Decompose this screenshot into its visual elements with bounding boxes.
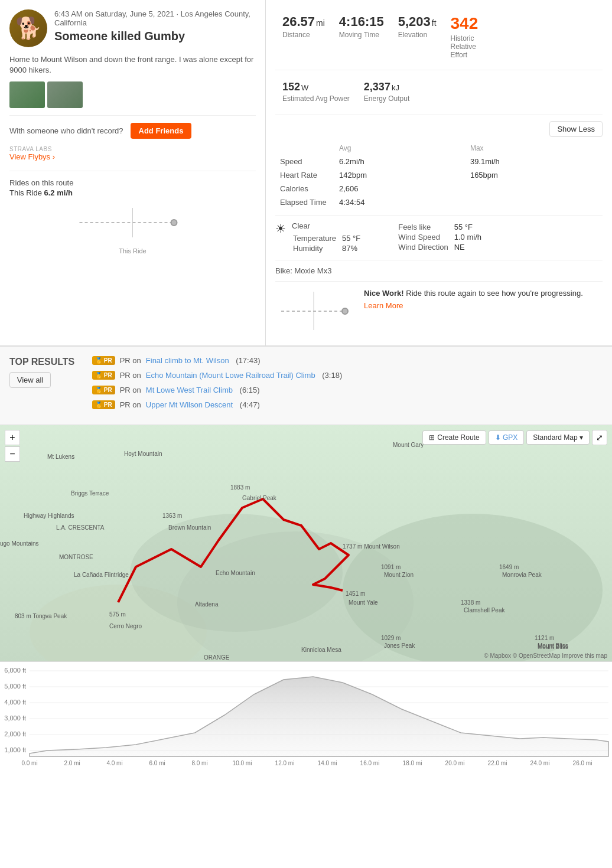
svg-text:24.0 mi: 24.0 mi (530, 760, 550, 766)
speed-label: Speed (275, 155, 334, 168)
wind-dir-label: Wind Direction (398, 243, 453, 252)
map-place-26: 1121 m (535, 635, 554, 641)
result-time-3: (4:47) (237, 400, 260, 409)
elapsed-time-row: Elapsed Time 4:34:54 (275, 195, 603, 209)
map-place-28: 1338 m (461, 599, 480, 606)
speed-max: 39.1mi/h (465, 155, 603, 168)
map-place-29: Monrovia Peak (502, 572, 542, 578)
map-place-18: Mount Zion (384, 572, 414, 578)
expand-map-button[interactable]: ⤢ (592, 430, 607, 445)
wind-dir-value: NE (454, 243, 481, 252)
heart-rate-label: Heart Rate (275, 168, 334, 182)
power-label: Estimated Avg Power (282, 94, 350, 103)
map-place-10: ORANGE (204, 654, 229, 661)
map-place-16: Gabriel Peak (242, 495, 276, 501)
rides-on-route-label: Rides on this route (9, 178, 256, 187)
map-place-9: Altadena (195, 601, 218, 608)
svg-text:22.0 mi: 22.0 mi (488, 760, 507, 766)
result-item: 🥇 PR PR on Mt Lowe West Trail Climb (6:1… (92, 386, 603, 394)
result-link-0[interactable]: Final climb to Mt. Wilson (146, 356, 229, 365)
view-all-button[interactable]: View all (9, 372, 51, 388)
elevation-value: 5,203 (398, 14, 431, 30)
weather-icon: ☀ (275, 221, 286, 236)
activity-thumbnail-2[interactable] (47, 81, 83, 108)
map-place-13: 575 m (109, 611, 126, 618)
humidity-value: 87% (342, 244, 360, 253)
feels-like-label: Feels like (398, 223, 453, 231)
map-place-6: Briggs Terrace (71, 490, 109, 497)
energy-value: 2,337 (364, 81, 390, 93)
map-place-19: 1091 m (381, 564, 401, 570)
svg-text:5,000 ft: 5,000 ft (4, 683, 26, 690)
elevation-stat: 5,203 ft Elevation (391, 9, 444, 44)
temp-value: 55 °F (342, 234, 360, 243)
map-attribution: © Mapbox © OpenStreetMap Improve this ma… (484, 652, 607, 659)
svg-point-2 (171, 220, 177, 226)
activity-title: Someone killed Gumby (54, 30, 256, 43)
map-place-7: Brown Mountain (168, 524, 211, 531)
this-ride-speed: This Ride 6.2 mi/h (9, 188, 256, 197)
elapsed-time-label: Elapsed Time (275, 195, 334, 209)
progress-chart-svg (275, 289, 352, 336)
result-link-1[interactable]: Echo Mountain (Mount Lowe Railroad Trail… (146, 371, 315, 380)
calories-row: Calories 2,606 (275, 182, 603, 195)
dog-icon: 🐕 (15, 16, 42, 41)
energy-label: Energy Output (364, 94, 409, 103)
bike-label: Bike: Moxie Mx3 (275, 266, 331, 275)
svg-text:26.0 mi: 26.0 mi (573, 760, 593, 766)
map-place-8: Echo Mountain (216, 570, 255, 576)
gpx-button[interactable]: ⬇ GPX (489, 430, 525, 445)
result-link-2[interactable]: Mt Lowe West Trail Climb (146, 386, 233, 394)
wind-table: Feels like 55 °F Wind Speed 1.0 mi/h Win… (397, 221, 483, 253)
power-stat: 152 W Estimated Avg Power (275, 76, 357, 107)
result-link-3[interactable]: Upper Mt Wilson Descent (146, 400, 233, 409)
show-less-button[interactable]: Show Less (549, 121, 603, 137)
standard-map-button[interactable]: Standard Map ▾ (526, 430, 590, 445)
pr-badge-1: 🥇 PR (92, 371, 115, 380)
power-unit: W (301, 83, 308, 92)
map-place-labels: Mt LukensHoyt MountainHighway HighlandsL… (0, 425, 612, 661)
activity-description: Home to Mount Wilson and down the front … (9, 54, 256, 76)
wind-speed-value: 1.0 mi/h (454, 233, 481, 242)
learn-more-link[interactable]: Learn More (364, 301, 603, 310)
zoom-in-button[interactable]: + (5, 430, 20, 445)
create-route-button[interactable]: ⊞ Create Route (422, 430, 486, 445)
humidity-label: Humidity (293, 244, 341, 253)
svg-text:4.0 mi: 4.0 mi (106, 760, 122, 766)
create-route-label: Create Route (437, 433, 479, 442)
energy-stat: 2,337 kJ Energy Output (357, 76, 416, 107)
map-place-21: 1451 m (346, 590, 365, 597)
map-place-4: MONTROSE (59, 554, 93, 560)
calories-avg: 2,606 (334, 182, 465, 195)
add-friends-button[interactable]: Add Friends (131, 123, 192, 139)
zoom-out-button[interactable]: − (5, 446, 20, 462)
pr-badge-3: 🥇 PR (92, 400, 115, 409)
strava-labs-section: STRAVA LABS View Flybys › (9, 146, 256, 161)
this-ride-chart-label: This Ride (9, 247, 256, 254)
map-zoom-controls[interactable]: + − (5, 430, 20, 462)
distance-label: Distance (282, 31, 325, 39)
historic-relative-effort-label: Historic Relative Effort (451, 34, 478, 59)
temp-label: Temperature (293, 234, 341, 243)
map-section: Mt LukensHoyt MountainHighway HighlandsL… (0, 425, 612, 661)
svg-text:3,000 ft: 3,000 ft (4, 714, 26, 722)
result-item: 🥇 PR PR on Upper Mt Wilson Descent (4:47… (92, 400, 603, 409)
map-place-22: Jones Peak (384, 642, 415, 649)
result-time-0: (17:43) (234, 356, 261, 365)
result-text-2: PR on (120, 386, 141, 394)
speed-avg: 6.2mi/h (334, 155, 465, 168)
result-text-1: PR on (120, 371, 141, 380)
flybys-link[interactable]: View Flybys › (9, 152, 256, 161)
max-col-header: Max (465, 142, 603, 155)
top-results-section: TOP RESULTS View all 🥇 PR PR on Final cl… (0, 346, 612, 425)
activity-thumbnail-1[interactable] (9, 81, 45, 108)
strava-labs-label: STRAVA LABS (9, 146, 256, 152)
elevation-unit: ft (432, 18, 437, 28)
result-item: 🥇 PR PR on Final climb to Mt. Wilson (17… (92, 356, 603, 365)
map-place-1: Hoyt Mountain (124, 451, 162, 457)
map-place-23: 1029 m (381, 635, 401, 641)
feels-like-value: 55 °F (454, 223, 481, 231)
svg-text:12.0 mi: 12.0 mi (275, 760, 295, 766)
svg-text:1,000 ft: 1,000 ft (4, 746, 26, 753)
pr-badge-2: 🥇 PR (92, 386, 115, 394)
